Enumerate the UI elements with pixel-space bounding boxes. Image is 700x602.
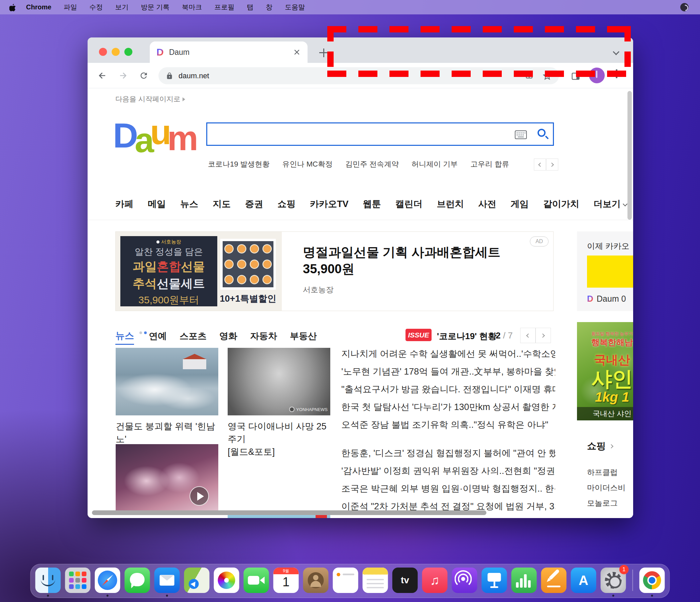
issue-next-button[interactable] [535, 328, 551, 343]
headline-link[interactable]: 오석준 장남 불법 조기유학 의혹.."정식 유학은 아냐" [341, 419, 555, 431]
keyboard-icon[interactable] [515, 129, 527, 140]
headline-link[interactable]: 한국 첫 달탐사선 '다누리'가 130만km 상공서 촬영한 지구와… [341, 401, 555, 413]
shopping-item[interactable]: 모놀로그 [587, 498, 618, 508]
window-close-button[interactable] [99, 48, 107, 56]
banner-ad[interactable]: 서호농장 알찬 정성을 담은 과일혼합선물 추석선물세트 35,900원부터 1… [115, 232, 554, 311]
menubar-item-history[interactable]: 방문 기록 [141, 3, 170, 12]
nav-webtoon[interactable]: 웹툰 [363, 198, 381, 210]
dock-pages-icon[interactable] [541, 568, 567, 593]
headline-link[interactable]: '노무현 기념관' 178억 들여 개관..文부부, 봉하마을 찾았다 [341, 365, 555, 378]
dock-chrome-icon[interactable] [640, 568, 665, 593]
dock-appstore-icon[interactable]: A [571, 568, 596, 593]
nav-stock[interactable]: 증권 [245, 198, 263, 210]
menubar-item-window[interactable]: 창 [266, 3, 272, 12]
forward-button[interactable] [116, 68, 130, 83]
new-tab-button[interactable] [317, 46, 330, 59]
dock-contacts-icon[interactable] [303, 568, 329, 593]
trending-link[interactable]: 코로나19 발생현황 [208, 159, 270, 169]
headline-link[interactable]: 지나치게 어려운 수학 실생활에선 못 써먹어..'수학소양'은 딴… [341, 348, 555, 360]
nav-brunch[interactable]: 브런치 [437, 198, 464, 210]
dock-reminders-icon[interactable] [333, 568, 358, 593]
nav-calendar[interactable]: 캘린더 [396, 198, 423, 210]
browser-tab-daum[interactable]: D Daum [150, 42, 307, 63]
menubar-item-profiles[interactable]: 프로필 [214, 3, 234, 12]
daum-logo[interactable]: Daum [113, 116, 196, 155]
vertical-scrollbar[interactable] [627, 91, 632, 220]
dock-calendar-icon[interactable]: 9월1 [273, 568, 299, 593]
nav-shopping[interactable]: 쇼핑 [277, 198, 296, 210]
banner-headline[interactable]: 명절과일선물 기획 사과배혼합세트 35,900원 [303, 244, 533, 277]
horizontal-scrollbar[interactable] [92, 510, 486, 515]
address-bar[interactable]: daum.net [158, 67, 559, 84]
nav-dictionary[interactable]: 사전 [478, 198, 496, 210]
tab-news[interactable]: 뉴스 [115, 330, 134, 345]
menubar-item-view[interactable]: 보기 [115, 3, 129, 12]
menubar-item-tab[interactable]: 탭 [247, 3, 253, 12]
dock-podcasts-icon[interactable] [452, 568, 477, 593]
dock-numbers-icon[interactable] [511, 568, 537, 593]
menubar-item-bookmarks[interactable]: 북마크 [182, 3, 202, 12]
issue-prev-button[interactable] [520, 328, 535, 343]
nav-mail[interactable]: 메일 [148, 198, 166, 210]
shopping-title[interactable]: 쇼핑 [587, 440, 614, 453]
bookmark-star-icon[interactable] [543, 72, 552, 80]
search-input[interactable] [206, 122, 554, 146]
trending-link[interactable]: 유인나 MC확정 [282, 159, 333, 169]
nav-kakaotv[interactable]: 카카오TV [310, 198, 349, 210]
nav-cafe[interactable]: 카페 [115, 198, 133, 210]
nav-game[interactable]: 게임 [511, 198, 529, 210]
dock-maps-icon[interactable] [184, 568, 209, 593]
tab-search-chevron-down-icon[interactable] [613, 48, 620, 55]
search-icon[interactable] [538, 129, 546, 137]
menubar-item-help[interactable]: 도움말 [285, 3, 305, 12]
shopping-item[interactable]: 마이더스비 [587, 483, 625, 493]
trending-link[interactable]: 김민주 전속계약 [345, 159, 399, 169]
trending-link[interactable]: 고우리 합류 [470, 159, 509, 169]
dock-settings-icon[interactable]: 1 [601, 568, 626, 593]
nav-map[interactable]: 지도 [212, 198, 231, 210]
nav-together[interactable]: 같이가치 [543, 198, 579, 210]
nav-more[interactable]: 더보기 [594, 198, 627, 210]
headline-link[interactable]: 한동훈, '디스크' 정경심 형집행정지 불허에 "관여 안 했지만 … [341, 447, 555, 459]
sidebar-ad-grapes[interactable]: 황토밭 행복한 농부가 행복한해남 국내산 샤인 1kg 1 국내산 샤인 [577, 322, 633, 420]
apple-logo-icon[interactable] [9, 3, 16, 11]
dock-launchpad-icon[interactable] [65, 568, 91, 593]
trending-link[interactable]: 허니제이 기부 [411, 159, 458, 169]
video-thumbnail[interactable] [116, 444, 218, 511]
profile-avatar[interactable] [589, 68, 605, 83]
dock-finder-icon[interactable] [35, 568, 61, 593]
kakao-promo-card[interactable]: 이제 카카오 DDaum 0 [577, 232, 633, 311]
nav-news[interactable]: 뉴스 [180, 198, 198, 210]
news-photo-card[interactable]: YONHAPNEWS 영국 다이애나비 사망 25주기[월드&포토] [228, 348, 330, 458]
dock-appletv-icon[interactable]: tv [393, 568, 418, 593]
headline-link[interactable]: "출석요구서가 방금 왔습니다. 전쟁입니다" 이재명 휴대폰에 … [341, 383, 555, 395]
install-icon[interactable] [525, 72, 533, 80]
tab-realestate[interactable]: 부동산 [290, 330, 317, 342]
tab-car[interactable]: 자동차 [250, 330, 277, 342]
dock-messages-icon[interactable] [125, 568, 150, 593]
dock-safari-icon[interactable] [95, 568, 120, 593]
window-minimize-button[interactable] [111, 48, 120, 56]
tab-close-icon[interactable] [293, 48, 301, 56]
menubar-status-icon[interactable] [680, 3, 689, 11]
trending-next-button[interactable] [546, 159, 558, 171]
menubar-item-file[interactable]: 파일 [64, 3, 77, 12]
headline-link[interactable]: 조국은 박근혜 외부 병원 입원·이명박 형집행정지.. 한동훈도 … [341, 483, 555, 495]
dock-notes-icon[interactable] [363, 568, 388, 593]
side-panel-icon[interactable] [568, 69, 583, 83]
dock-photos-icon[interactable] [214, 568, 239, 593]
trending-prev-button[interactable] [534, 159, 546, 171]
tab-movie[interactable]: 영화 [219, 330, 238, 342]
issue-title[interactable]: '코로나19' 현황 [437, 331, 497, 342]
headline-link[interactable]: '감사반발' 이정희 권익위 부위원장 사의..전현희 "정권 사퇴… [341, 465, 555, 477]
dock-music-icon[interactable]: ♫ [422, 568, 448, 593]
back-button[interactable] [95, 68, 110, 83]
shopping-item[interactable]: 하프클럽 [587, 467, 618, 478]
browser-menu-icon[interactable] [615, 69, 618, 80]
menubar-item-edit[interactable]: 수정 [90, 3, 103, 12]
set-startpage-link[interactable]: 다음을 시작페이지로 [115, 94, 185, 104]
play-icon[interactable] [190, 486, 209, 506]
window-zoom-button[interactable] [124, 48, 132, 56]
reload-button[interactable] [136, 68, 151, 83]
news-photo-card[interactable]: 건물도 붕괴할 위력 '힌남노'한반도로 방향 틀었다 [116, 348, 218, 458]
